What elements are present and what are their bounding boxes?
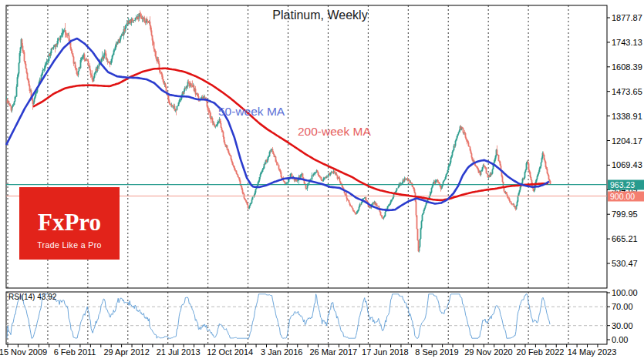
price-tick-label: 1069.43: [612, 160, 642, 169]
price-axis: 1877.871743.131608.391473.651338.911204.…: [607, 13, 642, 268]
fxpro-logo-wordmark: FxPro: [38, 209, 101, 236]
chart-title: Platinum, Weekly: [272, 8, 367, 22]
rsi-tick-label: 30.00: [612, 321, 633, 330]
date-tick-label: 29 Nov 2020: [464, 347, 512, 357]
price-tick-label: 1338.91: [612, 112, 642, 121]
date-tick-label: 3 Jan 2016: [261, 347, 302, 357]
current-price-badge-label: 963.23: [610, 180, 635, 189]
ma200-label: 200-week MA: [298, 125, 371, 138]
fxpro-logo-tagline: Trade Like a Pro: [37, 240, 102, 250]
date-tick-label: 8 Sep 2019: [415, 347, 458, 357]
price-tick-label: 530.47: [612, 259, 638, 268]
date-tick-label: 26 Mar 2017: [309, 347, 357, 357]
price-tick-label: 1204.17: [612, 136, 642, 146]
price-tick-label: 665.21: [612, 234, 638, 243]
gridlines: [8, 5, 568, 344]
fxpro-logo: FxPro Trade Like a Pro: [19, 187, 120, 260]
price-tick-label: 1743.13: [612, 38, 642, 47]
date-tick-label: 20 Feb 2022: [517, 347, 565, 357]
rsi-tick-label: 70.00: [612, 302, 633, 311]
rsi-panel-border: [6, 292, 607, 344]
rsi-tick-label: 100.00: [612, 288, 638, 297]
date-tick-label: 6 Feb 2011: [54, 347, 96, 357]
ma200-line: [33, 69, 548, 200]
date-tick-label: 14 May 2023: [568, 347, 617, 357]
level-900-badge-label: 900.00: [610, 192, 635, 201]
rsi-line: [7, 294, 550, 338]
date-tick-label: 15 Nov 2009: [0, 347, 47, 357]
price-tick-label: 799.95: [612, 209, 638, 219]
date-tick-label: 12 Oct 2014: [207, 347, 253, 357]
rsi-indicator-label: RSI(14) 43.92: [8, 293, 57, 301]
date-tick-label: 21 Jul 2013: [157, 347, 201, 357]
ma50-label: 50-week MA: [218, 105, 285, 118]
price-tick-label: 1608.39: [612, 62, 642, 72]
chart-window: 1877.871743.131608.391473.651338.911204.…: [0, 0, 644, 362]
rsi-axis: 100.0070.0030.000.00: [607, 288, 638, 344]
price-tick-label: 1473.65: [612, 87, 642, 96]
price-chart-surface[interactable]: 1877.871743.131608.391473.651338.911204.…: [0, 0, 644, 362]
date-tick-label: 29 Apr 2012: [103, 347, 149, 357]
rsi-tick-label: 0.00: [612, 335, 628, 344]
date-tick-label: 17 Jun 2018: [362, 347, 409, 357]
date-axis: 15 Nov 20096 Feb 201129 Apr 201221 Jul 2…: [0, 344, 616, 357]
price-tick-label: 1877.87: [612, 13, 642, 22]
